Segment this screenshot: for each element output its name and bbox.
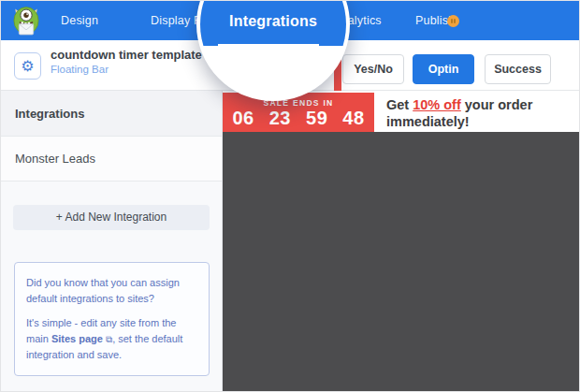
- pause-icon: [451, 19, 453, 23]
- publish-paused-badge: [447, 15, 459, 27]
- view-button-optin[interactable]: Optin: [413, 54, 474, 84]
- countdown-label: SALE ENDS IN: [223, 98, 374, 108]
- optinmonster-logo-icon[interactable]: [9, 4, 43, 38]
- sidebar-item-integrations[interactable]: Integrations: [1, 91, 222, 137]
- sidebar-item-monster-leads[interactable]: Monster Leads: [1, 137, 222, 181]
- campaign-preview: SALE ENDS IN 06 23 59 48 Get 10% off you…: [223, 91, 580, 392]
- gear-icon[interactable]: ⚙: [14, 52, 41, 80]
- campaign-title: countdown timer template: [51, 48, 202, 62]
- campaign-type-label: Floating Bar: [51, 64, 109, 75]
- sites-page-link[interactable]: Sites page: [51, 333, 103, 344]
- offer-highlight: 10% off: [413, 97, 461, 112]
- countdown-digits: 06 23 59 48: [223, 108, 374, 129]
- preview-backdrop: [223, 132, 580, 392]
- offer-message: Get 10% off your order immediately!: [374, 93, 580, 132]
- tab-design[interactable]: Design: [61, 14, 98, 27]
- view-button-success[interactable]: Success: [485, 54, 551, 84]
- magnified-integrations-tab[interactable]: Integrations: [200, 13, 346, 30]
- countdown-section: SALE ENDS IN 06 23 59 48: [223, 93, 374, 132]
- active-tab-underline: [218, 44, 319, 51]
- integration-tip-box: Did you know that you can assign default…: [14, 262, 210, 376]
- tip-paragraph-1: Did you know that you can assign default…: [26, 275, 197, 307]
- add-new-integration-button[interactable]: + Add New Integration: [13, 205, 210, 230]
- tip-paragraph-2: It's simple - edit any site from the mai…: [26, 315, 197, 363]
- optinmonster-builder-window: Design Display Rules Integrations Analyt…: [0, 0, 580, 392]
- view-button-yesno[interactable]: Yes/No: [342, 54, 404, 84]
- sidebar: Integrations Monster Leads + Add New Int…: [1, 91, 223, 392]
